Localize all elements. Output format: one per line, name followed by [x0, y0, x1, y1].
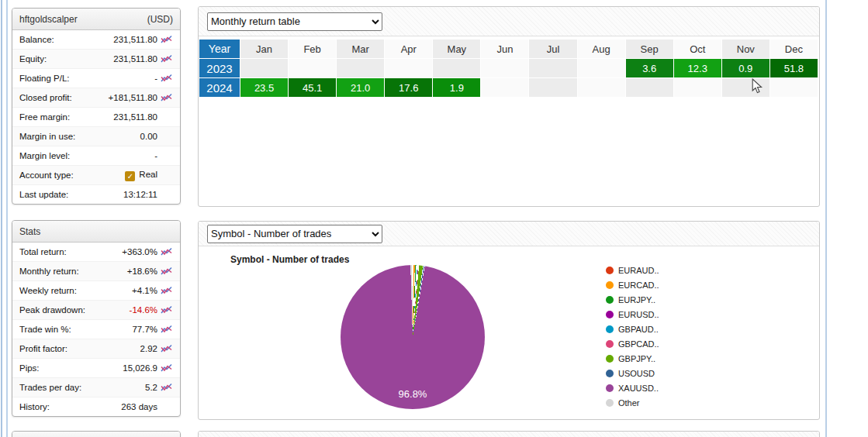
account-row-value: 231,511.80: [113, 112, 157, 122]
legend-color-dot: [606, 370, 614, 377]
real-account-checkbox[interactable]: ✓: [125, 171, 135, 181]
chart-link-icon[interactable]: [161, 54, 176, 64]
stats-rows: Total return:+363.0%Monthly return:+18.6…: [12, 243, 180, 416]
monthly-return-panel: Monthly return table YearJanFebMarAprMay…: [198, 6, 820, 207]
account-row: Floating P/L:-: [12, 68, 180, 88]
table-row: 20233.612.30.951.8: [199, 59, 818, 78]
stats-row-label: Monthly return:: [19, 267, 127, 276]
monthly-return-cell: 21.0: [337, 78, 385, 98]
year-cell: 2024: [199, 78, 240, 98]
chart-link-icon[interactable]: [161, 35, 176, 45]
stats-row-value: +18.6%: [127, 267, 157, 276]
empty-month-cell: [433, 59, 481, 78]
empty-month-cell: [674, 78, 722, 98]
stats-row-label: Weekly return:: [19, 286, 132, 295]
legend-item: GBPCAD..: [606, 336, 659, 351]
legend-label: GBPAUD..: [618, 325, 659, 334]
symbol-trades-panel: Symbol - Number of trades Symbol - Numbe…: [198, 221, 820, 420]
stats-row: Weekly return:+4.1%: [12, 280, 180, 300]
next-panel-header: [12, 432, 180, 437]
stats-row: Trades per day:5.2: [12, 377, 180, 397]
monthly-return-cell: 45.1: [289, 78, 337, 98]
next-main-panel-toolbar: [199, 432, 819, 437]
legend-item: GBPJPY..: [606, 351, 659, 366]
legend-item: EURCAD..: [606, 277, 659, 292]
empty-month-cell: [481, 59, 529, 78]
legend-label: GBPCAD..: [618, 339, 659, 349]
chart-link-icon[interactable]: [161, 286, 176, 296]
account-row: Last update:13:12:11: [12, 184, 180, 204]
stats-row-label: Peak drawdown:: [19, 305, 130, 315]
account-row-label: Equity:: [19, 54, 113, 64]
account-row-value: 0.00: [140, 132, 157, 141]
account-rows: Balance:231,511.80Equity:231,511.80Float…: [12, 30, 180, 204]
pie-slice-label: 96.8%: [388, 388, 437, 400]
monthly-return-cell: 12.3: [674, 59, 722, 78]
empty-month-cell: [578, 59, 626, 78]
account-row: Equity:231,511.80: [12, 49, 180, 68]
legend-label: EURUSD..: [618, 310, 659, 319]
stats-row-value: +363.0%: [122, 247, 157, 256]
right-splitter-line: [825, 0, 827, 437]
account-row: Account type:✓Real: [12, 165, 180, 184]
stats-row-label: History:: [19, 402, 121, 411]
legend-item: EURAUD..: [606, 263, 659, 277]
chart-link-icon[interactable]: [161, 93, 176, 103]
icon-spacer: [161, 190, 176, 200]
chart-link-icon[interactable]: [161, 74, 176, 84]
empty-month-cell: [385, 59, 433, 78]
legend-label: GBPJPY..: [618, 354, 655, 363]
next-main-panel-cut-off: [198, 431, 820, 437]
legend-color-dot: [606, 340, 614, 348]
account-row: Margin in use:0.00: [12, 126, 180, 146]
legend-label: Other: [618, 398, 640, 408]
table-header-month: Aug: [578, 40, 626, 59]
icon-spacer: [161, 112, 176, 122]
chart-link-icon[interactable]: [161, 305, 176, 315]
chart-link-icon[interactable]: [161, 247, 176, 257]
legend-color-dot: [606, 296, 614, 304]
account-row-value: -: [154, 151, 157, 160]
monthly-return-cell: 1.9: [433, 78, 481, 98]
stats-row-value: 5.2: [145, 383, 157, 392]
account-row: Free margin:231,511.80: [12, 107, 180, 126]
year-cell: 2023: [199, 59, 240, 78]
chart-link-icon[interactable]: [161, 363, 176, 373]
stats-row-value: -14.6%: [130, 305, 157, 315]
stats-panel: Stats Total return:+363.0%Monthly return…: [12, 220, 181, 417]
account-row-value: 231,511.80: [113, 35, 157, 44]
table-header-month: Nov: [722, 40, 770, 59]
monthly-return-cell: 3.6: [626, 59, 674, 78]
monthly-view-select[interactable]: Monthly return table: [207, 12, 382, 31]
account-row-value: +181,511.80: [109, 93, 157, 102]
legend-label: USOUSD: [618, 369, 655, 378]
icon-spacer: [161, 151, 176, 161]
legend-label: EURAUD..: [618, 266, 659, 275]
stats-row: Total return:+363.0%: [12, 243, 180, 261]
table-header-month: Apr: [385, 40, 433, 59]
monthly-panel-toolbar: Monthly return table: [199, 7, 819, 36]
chart-link-icon[interactable]: [161, 383, 176, 393]
empty-month-cell: [289, 59, 337, 78]
table-header-month: Jun: [481, 40, 529, 59]
pie-chart-title: Symbol - Number of trades: [230, 254, 349, 265]
account-row-value: ✓Real: [125, 170, 157, 181]
empty-month-cell: [626, 78, 674, 98]
legend-color-dot: [606, 325, 614, 333]
monthly-return-cell: 23.5: [240, 78, 289, 98]
account-panel: hftgoldscalper (USD) Balance:231,511.80E…: [12, 8, 181, 205]
table-header-month: Mar: [337, 40, 385, 59]
main-column: Monthly return table YearJanFebMarAprMay…: [198, 6, 820, 437]
chart-link-icon[interactable]: [161, 344, 176, 354]
icon-spacer: [161, 132, 176, 142]
account-row-label: Margin in use:: [19, 132, 140, 141]
account-row-label: Closed profit:: [19, 93, 109, 102]
table-header-month: Dec: [770, 40, 818, 59]
chart-link-icon[interactable]: [161, 325, 176, 335]
legend-item: GBPAUD..: [606, 322, 659, 336]
symbol-chart-area: Symbol - Number of trades 96.8% EURAUD..…: [199, 246, 819, 418]
stats-row-value: 263 days: [121, 402, 157, 411]
symbol-panel-toolbar: Symbol - Number of trades: [199, 222, 819, 246]
chart-link-icon[interactable]: [161, 267, 176, 277]
symbol-view-select[interactable]: Symbol - Number of trades: [207, 225, 382, 243]
